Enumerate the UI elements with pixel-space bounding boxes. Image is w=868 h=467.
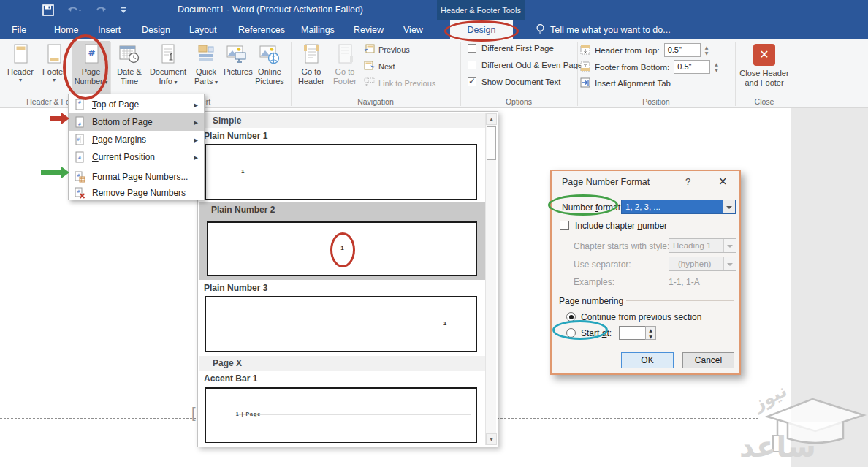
pictures-button[interactable]: Pictures (224, 41, 250, 96)
tell-me-box[interactable]: Tell me what you want to do... (536, 20, 671, 39)
header-from-top-spinner[interactable]: ▲▼ (705, 45, 709, 55)
format-page-numbers-icon: # (74, 171, 85, 183)
tab-header-footer-design-active[interactable]: Design (450, 20, 513, 39)
ok-button[interactable]: OK (621, 352, 674, 368)
scroll-up-icon[interactable]: ▲ (486, 113, 497, 125)
page-numbering-section-label: Page numbering (559, 296, 623, 306)
checkbox-checked-icon[interactable] (468, 77, 476, 86)
svg-text:#: # (77, 155, 81, 160)
bottom-of-page-icon: # (74, 116, 85, 128)
checkbox-unchecked-icon[interactable] (468, 61, 476, 69)
gallery-item-plain-number-3[interactable]: 1 (205, 296, 477, 352)
separator-label: Use separator: (574, 259, 631, 270)
start-at-input[interactable] (619, 326, 646, 340)
preview-page-number: 1 (443, 320, 446, 327)
chevron-down-icon[interactable] (723, 200, 735, 213)
menu-item-top-of-page[interactable]: # Top of Page (69, 96, 204, 113)
number-format-dropdown[interactable]: 1, 2, 3, ... (621, 200, 736, 214)
continue-radio[interactable] (566, 312, 576, 322)
start-at-spinner[interactable]: ▲▼ (645, 326, 656, 340)
insert-alignment-tab-button[interactable]: Insert Alignment Tab (580, 77, 671, 89)
previous-button[interactable]: Previous (364, 44, 410, 55)
gallery-item-label: Plain Number 3 (204, 283, 267, 293)
gallery-item-label: Plain Number 2 (211, 205, 492, 215)
tab-review[interactable]: Review (351, 20, 387, 39)
quick-parts-button[interactable]: Quick Parts (190, 41, 222, 96)
checkbox-unchecked-icon[interactable] (468, 44, 476, 53)
svg-text:#: # (77, 189, 80, 194)
help-icon[interactable]: ? (685, 176, 690, 187)
document-info-icon (148, 41, 189, 67)
document-info-button[interactable]: Document Info (148, 41, 189, 96)
header-from-top-input[interactable]: 0.5" (664, 43, 701, 57)
go-to-footer-button: Go to Footer (329, 41, 361, 96)
accent-bar-line (236, 414, 471, 415)
page-margins-icon: # (74, 134, 85, 145)
different-odd-even-checkbox[interactable]: Different Odd & Even Pages (468, 61, 587, 69)
tab-home[interactable]: Home (51, 20, 81, 39)
cancel-button[interactable]: Cancel (682, 352, 734, 368)
gallery-item-plain-number-1[interactable]: 1 (205, 144, 477, 200)
tell-me-label: Tell me what you want to do... (550, 25, 671, 35)
quick-access-toolbar (42, 2, 127, 18)
page-number-button[interactable]: # Page Number (72, 41, 110, 96)
tab-insert[interactable]: Insert (95, 20, 123, 39)
scroll-down-icon[interactable]: ▼ (486, 433, 497, 445)
number-format-label: Number format: (562, 202, 623, 213)
online-pictures-button[interactable]: Online Pictures (251, 41, 288, 96)
footer-from-bottom-row: Footer from Bottom: 0.5" ▲▼ (580, 60, 718, 74)
include-chapter-checkbox[interactable] (560, 221, 569, 230)
lightbulb-icon (536, 23, 545, 37)
menu-item-format-page-numbers[interactable]: # Format Page Numbers... (69, 168, 204, 186)
page-outside-band (791, 108, 868, 467)
examples-value: 1-1, 1-A (669, 277, 700, 287)
footer-from-bottom-input[interactable]: 0.5" (674, 60, 710, 74)
chevron-down-icon (723, 239, 736, 252)
gallery-preview: 1 (207, 221, 477, 276)
svg-text:#: # (77, 99, 81, 105)
svg-text:#: # (76, 137, 80, 142)
menu-item-remove-page-numbers[interactable]: # Remove Page Numbers (69, 184, 204, 202)
examples-label: Examples: (574, 277, 614, 287)
footer-button[interactable]: Footer (38, 41, 70, 96)
close-header-footer-icon[interactable]: ✕ (753, 44, 775, 66)
header-icon (4, 41, 37, 67)
footer-icon (38, 41, 70, 67)
scrollbar-thumb[interactable] (487, 126, 496, 160)
close-header-footer-button[interactable]: Close Header and Footer (735, 69, 793, 88)
tab-layout[interactable]: Layout (186, 20, 220, 39)
tab-references[interactable]: References (235, 20, 288, 39)
close-icon[interactable]: × (718, 175, 728, 188)
continue-label: Continue from previous section (581, 312, 701, 322)
footer-from-bottom-spinner[interactable]: ▲▼ (715, 62, 718, 72)
gallery-scrollbar[interactable]: ▲ ▼ (485, 113, 496, 445)
preview-page-number: 1 (340, 245, 343, 251)
go-to-header-button[interactable]: Go to Header (295, 41, 327, 96)
menu-item-bottom-of-page[interactable]: # Bottom of Page (69, 113, 204, 131)
save-icon[interactable] (42, 4, 54, 16)
online-pictures-icon (251, 41, 288, 67)
alignment-tab-icon (580, 77, 590, 89)
next-button[interactable]: Next (364, 61, 395, 72)
pictures-icon (224, 41, 250, 67)
different-first-page-checkbox[interactable]: Different First Page (468, 44, 554, 53)
header-from-top-row: Header from Top: 0.5" ▲▼ (580, 43, 708, 57)
tab-file[interactable]: File (9, 20, 29, 39)
svg-text:#: # (88, 48, 95, 58)
header-button[interactable]: Header (4, 41, 37, 96)
menu-item-current-position[interactable]: # Current Position (69, 148, 204, 166)
tab-view[interactable]: View (400, 20, 426, 39)
tab-mailings[interactable]: Mailings (298, 20, 338, 39)
watermark-line1: نیوز (750, 380, 790, 414)
tab-design[interactable]: Design (139, 20, 173, 39)
header-position-icon (580, 45, 590, 56)
show-document-text-checkbox[interactable]: Show Document Text (468, 77, 560, 86)
gallery-item-plain-number-2[interactable]: Plain Number 2 1 (199, 202, 487, 280)
date-time-button[interactable]: Date & Time (113, 41, 146, 96)
ribbon-tab-row: File Home Insert Design Layout Reference… (0, 20, 868, 39)
page-number-menu: # Top of Page # Bottom of Page # Page Ma… (68, 94, 205, 200)
menu-item-page-margins[interactable]: # Page Margins (69, 131, 204, 148)
gallery-item-accent-bar-1[interactable]: 1 | Page (205, 387, 477, 443)
start-at-radio[interactable] (566, 328, 576, 338)
go-to-header-icon (295, 41, 327, 67)
